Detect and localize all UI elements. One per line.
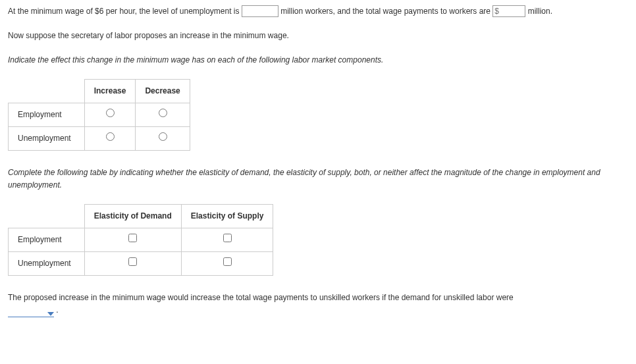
closing-text-2: . [56,305,58,315]
empty-header [9,204,85,228]
closing-text-1: The proposed increase in the minimum wag… [8,293,514,302]
col-increase: Increase [84,79,136,103]
instruction-2: Complete the following table by indicati… [8,167,628,192]
effect-table: Increase Decrease Employment Unemploymen… [8,79,190,151]
row-unemployment-2: Unemployment [9,251,85,275]
employment-increase-radio[interactable] [106,109,115,117]
row-unemployment: Unemployment [9,126,85,150]
row-employment: Employment [9,103,85,126]
elasticity-table: Elasticity of Demand Elasticity of Suppl… [8,204,273,276]
intro-text-3: million. [528,7,552,16]
instruction-1: Indicate the effect this change in the m… [8,54,628,66]
wage-payments-input[interactable] [492,5,525,17]
row-employment-2: Employment [9,228,85,251]
proposal-text: Now suppose the secretary of labor propo… [8,30,628,42]
table-row: Employment [9,228,273,251]
col-elasticity-supply: Elasticity of Supply [181,204,273,228]
unemployment-decrease-radio[interactable] [159,132,167,141]
closing-paragraph: The proposed increase in the minimum wag… [8,292,628,317]
unemployment-input[interactable] [242,5,278,17]
table-row: Unemployment [9,251,273,275]
unemployment-demand-checkbox[interactable] [128,257,137,266]
empty-header [9,79,85,103]
col-elasticity-demand: Elasticity of Demand [84,204,181,228]
col-decrease: Decrease [136,79,190,103]
intro-text-2: million workers, and the total wage paym… [280,7,492,16]
elasticity-dropdown[interactable] [8,304,54,317]
intro-text-1: At the minimum wage of $6 per hour, the … [8,7,242,16]
table-row: Unemployment [9,126,190,150]
employment-demand-checkbox[interactable] [128,234,137,242]
unemployment-increase-radio[interactable] [106,132,115,141]
unemployment-supply-checkbox[interactable] [223,257,232,266]
intro-paragraph: At the minimum wage of $6 per hour, the … [8,5,628,18]
table-row: Employment [9,103,190,126]
employment-supply-checkbox[interactable] [223,234,232,242]
chevron-down-icon [47,312,54,316]
employment-decrease-radio[interactable] [159,109,167,117]
